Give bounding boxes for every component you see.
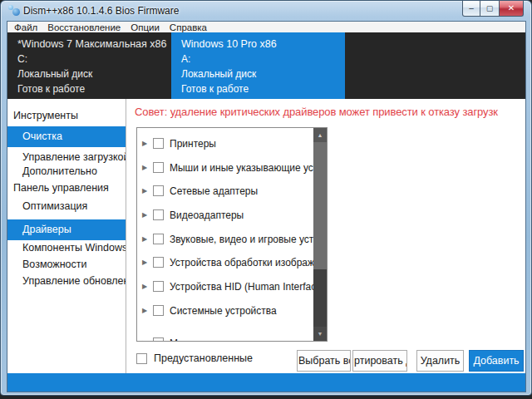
- list-item[interactable]: ▶ Устройства HID (Human Interface Devic: [137, 274, 315, 298]
- sidebar-item-windows-components[interactable]: Компоненты Windows: [7, 239, 126, 257]
- window-controls: – ▢ ✕: [462, 1, 524, 17]
- minimize-icon: –: [469, 4, 474, 12]
- driver-group-rows: ▶ Принтеры ▶ Мыши и иные указывающие уст…: [137, 128, 315, 341]
- expand-arrow-icon[interactable]: ▶: [142, 211, 153, 219]
- list-item[interactable]: ▶ Принтеры: [137, 131, 315, 155]
- driver-group-label: Устройства обработки изображений: [170, 257, 315, 268]
- sidebar-item-advanced[interactable]: Дополнительно: [7, 163, 126, 180]
- session-disk-type: Локальный диск: [181, 66, 335, 81]
- scroll-down-icon: ▼: [318, 331, 323, 337]
- delete-button[interactable]: Удалить: [416, 350, 464, 372]
- preinstalled-checkbox[interactable]: [136, 353, 147, 364]
- export-drivers-button[interactable]: ртировать др: [352, 350, 407, 372]
- session-status: Готов к работе: [181, 81, 335, 96]
- driver-group-label: Мыши и иные указывающие устройст: [170, 162, 315, 174]
- list-scrollbar[interactable]: ▲ ▼: [313, 128, 327, 341]
- expand-arrow-icon[interactable]: ▶: [142, 339, 153, 341]
- sidebar-item-drivers[interactable]: Драйверы: [7, 219, 126, 240]
- close-icon: ✕: [508, 4, 515, 12]
- expand-arrow-icon[interactable]: ▶: [142, 259, 153, 266]
- preinstalled-filter[interactable]: Предустановленные: [136, 349, 253, 367]
- list-item[interactable]: ▶ Мыши и иные указывающие устройст: [137, 155, 315, 180]
- minimize-button[interactable]: –: [462, 1, 480, 17]
- driver-group-label: Устройства HID (Human Interface Devic: [170, 281, 315, 293]
- driver-group-checkbox[interactable]: [153, 138, 164, 149]
- session-name: *Windows 7 Максимальная x86: [17, 37, 161, 52]
- expand-arrow-icon[interactable]: ▶: [142, 283, 153, 290]
- expand-arrow-icon[interactable]: ▶: [142, 307, 153, 314]
- menu-item-recovery[interactable]: Восстановление: [42, 22, 126, 32]
- driver-group-checkbox[interactable]: [153, 305, 164, 316]
- driver-group-checkbox[interactable]: [153, 234, 164, 244]
- scroll-down-button[interactable]: ▼: [313, 327, 327, 341]
- window-title: Dism++x86 10.1.4.6 Bios Firmware: [23, 5, 179, 17]
- maximize-icon: ▢: [486, 4, 494, 12]
- sidebar-nav: Инструменты Очистка Управление загрузкой…: [7, 99, 126, 373]
- drivers-panel: Совет: удаление критических драйверов мо…: [127, 99, 525, 373]
- list-item-partial[interactable]: ▶ Мониторы: [137, 331, 315, 341]
- sidebar-item-features[interactable]: Возможности: [7, 256, 126, 273]
- add-button[interactable]: Добавить: [469, 350, 524, 372]
- driver-group-list: ▶ Принтеры ▶ Мыши и иные указывающие уст…: [136, 127, 328, 342]
- menu-item-help[interactable]: Справка: [165, 22, 212, 32]
- session-tab-windows7[interactable]: *Windows 7 Максимальная x86 C: Локальный…: [7, 32, 171, 99]
- driver-group-label: Видеоадаптеры: [170, 209, 244, 221]
- sidebar-item-update-management[interactable]: Управление обновлени: [7, 273, 126, 290]
- list-item[interactable]: ▶ Звуковые, видео и игровые устройств: [137, 227, 315, 251]
- maximize-button[interactable]: ▢: [480, 1, 499, 17]
- session-name: Windows 10 Pro x86: [181, 37, 335, 52]
- driver-group-checkbox[interactable]: [153, 162, 164, 173]
- driver-group-checkbox[interactable]: [153, 257, 164, 268]
- menu-bar: Файл Восстановление Опции Справка: [7, 22, 525, 32]
- session-status: Готов к работе: [17, 81, 161, 96]
- sidebar-header-control-panel: Панель управления: [7, 180, 126, 197]
- scrollbar-thumb[interactable]: [313, 142, 327, 269]
- warning-tip: Совет: удаление критических драйверов мо…: [135, 106, 525, 118]
- session-disk-type: Локальный диск: [17, 66, 161, 81]
- driver-group-checkbox[interactable]: [153, 337, 164, 341]
- body-area: Инструменты Очистка Управление загрузкой…: [7, 99, 525, 373]
- scroll-up-button[interactable]: ▲: [313, 128, 327, 142]
- client-area: Файл Восстановление Опции Справка *Windo…: [7, 21, 526, 392]
- list-item[interactable]: ▶ Сетевые адаптеры: [137, 179, 315, 203]
- list-item[interactable]: ▶ Системные устройства: [137, 298, 315, 323]
- menu-item-options[interactable]: Опции: [126, 22, 165, 32]
- sidebar-item-optimization[interactable]: Оптимизация: [7, 198, 126, 215]
- sidebar-header-tools: Инструменты: [7, 107, 126, 125]
- menu-item-file[interactable]: Файл: [9, 22, 42, 32]
- driver-group-label: Звуковые, видео и игровые устройств: [170, 234, 315, 245]
- driver-group-label: Принтеры: [170, 138, 216, 150]
- driver-group-checkbox[interactable]: [153, 281, 164, 292]
- driver-group-label: Мониторы: [170, 337, 217, 342]
- session-drive: A:: [181, 52, 335, 66]
- driver-group-checkbox[interactable]: [153, 209, 164, 220]
- expand-arrow-icon[interactable]: ▶: [142, 187, 153, 195]
- status-bar: [7, 373, 525, 392]
- scroll-up-icon: ▲: [318, 132, 323, 138]
- close-button[interactable]: ✕: [499, 1, 524, 17]
- preinstalled-label: Предустановленные: [154, 352, 253, 364]
- app-window: Dism++x86 10.1.4.6 Bios Firmware – ▢ ✕ Ф…: [0, 0, 532, 396]
- driver-group-label: Сетевые адаптеры: [170, 185, 258, 197]
- session-tab-strip: *Windows 7 Максимальная x86 C: Локальный…: [7, 32, 525, 99]
- sidebar-item-cleanup[interactable]: Очистка: [7, 126, 126, 147]
- driver-group-label: Системные устройства: [170, 305, 277, 317]
- session-drive: C:: [17, 52, 161, 66]
- select-all-button[interactable]: Выбрать все: [297, 350, 351, 372]
- session-tab-windows10-active[interactable]: Windows 10 Pro x86 A: Локальный диск Гот…: [171, 32, 345, 99]
- expand-arrow-icon[interactable]: ▶: [142, 164, 153, 171]
- title-bar[interactable]: Dism++x86 10.1.4.6 Bios Firmware – ▢ ✕: [1, 1, 531, 21]
- list-item[interactable]: ▶ Видеоадаптеры: [137, 203, 315, 227]
- list-item[interactable]: ▶ Устройства обработки изображений: [137, 250, 315, 274]
- expand-arrow-icon[interactable]: ▶: [142, 140, 153, 147]
- driver-group-checkbox[interactable]: [153, 185, 164, 196]
- expand-arrow-icon[interactable]: ▶: [142, 235, 153, 243]
- app-icon: [8, 4, 21, 17]
